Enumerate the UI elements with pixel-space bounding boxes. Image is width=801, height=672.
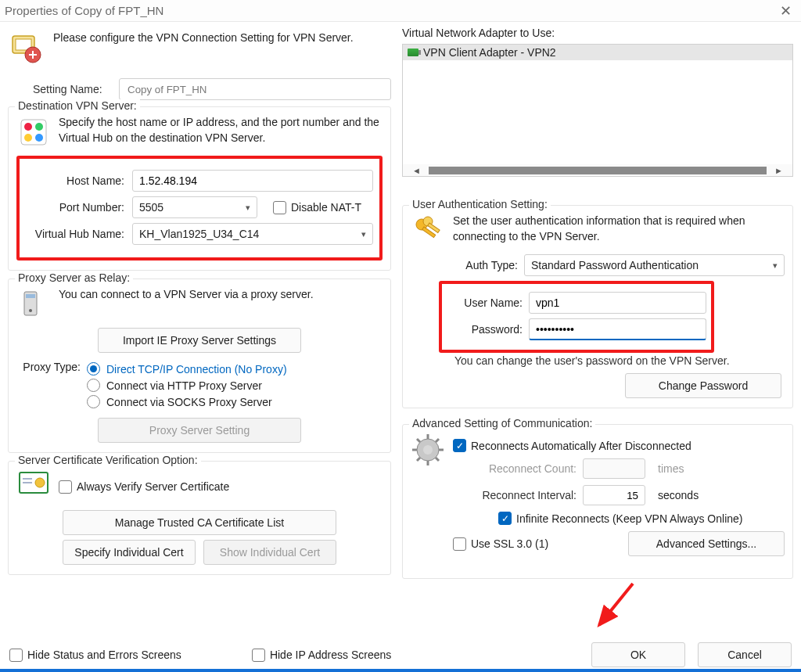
proxy-type-label: Proxy Type:: [16, 359, 87, 411]
port-combo[interactable]: 5505 ▾: [132, 196, 257, 218]
hub-label: Virtual Hub Name:: [26, 228, 128, 240]
reconnect-interval-input[interactable]: [583, 485, 645, 505]
port-label: Port Number:: [26, 201, 128, 214]
advanced-settings-button[interactable]: Advanced Settings...: [628, 531, 785, 556]
proxy-caption: You can connect to a VPN Server via a pr…: [59, 287, 383, 303]
svg-line-26: [436, 458, 439, 461]
auth-caption: Set the user authentication information …: [453, 214, 785, 244]
scroll-right-icon[interactable]: ►: [774, 166, 783, 175]
svg-point-5: [35, 123, 43, 131]
reconnect-count-label: Reconnect Count:: [467, 462, 577, 475]
proxy-group: Proxy Server as Relay: You can connect t…: [8, 279, 391, 453]
cancel-button[interactable]: Cancel: [698, 642, 792, 667]
hub-combo[interactable]: KH_Vlan1925_U34_C14 ▾: [132, 223, 373, 245]
proxy-socks-radio[interactable]: Connect via SOCKS Proxy Server: [87, 395, 383, 408]
user-name-input[interactable]: [529, 292, 706, 314]
adapter-item-selected[interactable]: VPN Client Adapter - VPN2: [403, 45, 792, 60]
gear-icon: [411, 433, 445, 467]
chevron-down-icon: ▾: [246, 203, 250, 213]
reconnect-interval-unit: seconds: [658, 489, 699, 501]
chevron-down-icon: ▾: [361, 229, 366, 239]
proxy-icon: [16, 287, 51, 322]
svg-point-20: [423, 445, 433, 455]
nic-icon: [408, 49, 418, 56]
host-highlight: Host Name: Port Number: 5505 ▾ Disable N…: [16, 156, 383, 261]
close-icon[interactable]: ✕: [775, 2, 796, 20]
destination-caption: Specify the host name or IP address, and…: [59, 115, 383, 146]
proxy-http-radio[interactable]: Connect via HTTP Proxy Server: [87, 379, 383, 392]
svg-line-27: [417, 458, 420, 461]
use-ssl-checkbox[interactable]: Use SSL 3.0 (1): [453, 537, 548, 551]
advanced-title: Advanced Setting of Communication:: [409, 417, 595, 429]
svg-point-7: [35, 134, 43, 142]
svg-line-28: [436, 439, 439, 442]
keys-icon: [411, 214, 445, 248]
hide-status-checkbox[interactable]: Hide Status and Errors Screens: [9, 649, 181, 662]
auth-title: User Authentication Setting:: [409, 198, 551, 210]
intro-text: Please configure the VPN Connection Sett…: [53, 31, 354, 44]
bottom-bar: Hide Status and Errors Screens Hide IP A…: [0, 638, 801, 669]
connection-icon: [9, 31, 44, 66]
adapter-list[interactable]: VPN Client Adapter - VPN2 ◄ ►: [402, 44, 793, 177]
disable-natt-checkbox[interactable]: Disable NAT-T: [273, 201, 361, 214]
setting-name-input[interactable]: [119, 78, 391, 100]
svg-point-10: [29, 309, 32, 312]
setting-name-label: Setting Name:: [33, 83, 119, 95]
password-label: Password:: [447, 323, 529, 336]
destination-title: Destination VPN Server:: [15, 99, 140, 112]
reconnect-interval-label: Reconnect Interval:: [467, 489, 577, 501]
svg-point-6: [24, 134, 32, 142]
reconnect-count-input: [583, 458, 645, 479]
always-verify-checkbox[interactable]: Always Verify Server Certificate: [59, 480, 229, 494]
change-password-button[interactable]: Change Password: [625, 373, 781, 398]
infinite-reconnect-checkbox[interactable]: Infinite Reconnects (Keep VPN Always Onl…: [498, 512, 742, 525]
svg-line-29: [599, 584, 633, 625]
auth-group: User Authentication Setting: Set the use…: [402, 205, 793, 408]
scroll-left-icon[interactable]: ◄: [412, 166, 421, 175]
vpn-server-icon: [16, 115, 51, 149]
adapter-title: Virtual Network Adapter to Use:: [402, 27, 793, 39]
title-bar: Properties of Copy of FPT_HN ✕: [0, 0, 801, 22]
chevron-down-icon: ▾: [773, 261, 778, 271]
proxy-direct-radio[interactable]: Direct TCP/IP Connection (No Proxy): [87, 362, 383, 376]
cert-title: Server Certificate Verification Option:: [15, 454, 201, 466]
advanced-group: Advanced Setting of Communication:: [402, 424, 793, 579]
taskbar-sliver: [0, 669, 801, 672]
cert-group: Server Certificate Verification Option: …: [8, 461, 391, 575]
reconnect-count-unit: times: [658, 462, 684, 475]
change-pw-note: You can change the user's password on th…: [454, 354, 785, 367]
proxy-server-setting-button: Proxy Server Setting: [98, 418, 301, 443]
ok-button[interactable]: OK: [591, 642, 685, 667]
svg-rect-9: [26, 294, 35, 298]
svg-line-25: [417, 439, 420, 442]
password-input[interactable]: [529, 318, 706, 340]
destination-group: Destination VPN Server: Specify the host…: [8, 106, 391, 271]
arrow-annotation-icon: [590, 580, 645, 634]
auto-reconnect-checkbox[interactable]: Reconnects Automatically After Disconnec…: [453, 439, 691, 452]
svg-point-4: [24, 123, 32, 131]
proxy-title: Proxy Server as Relay:: [15, 271, 133, 284]
auth-type-label: Auth Type:: [442, 259, 524, 271]
host-name-input[interactable]: [132, 170, 373, 192]
auth-type-combo[interactable]: Standard Password Authentication ▾: [524, 254, 785, 276]
manage-ca-button[interactable]: Manage Trusted CA Certificate List: [63, 510, 336, 535]
import-ie-proxy-button[interactable]: Import IE Proxy Server Settings: [98, 328, 301, 353]
host-name-label: Host Name:: [26, 174, 128, 187]
svg-rect-3: [21, 120, 46, 145]
show-cert-button: Show Individual Cert: [203, 540, 336, 565]
hide-ip-checkbox[interactable]: Hide IP Address Screens: [252, 649, 391, 662]
window-title: Properties of Copy of FPT_HN: [5, 4, 775, 17]
adapter-scrollbar[interactable]: ◄ ►: [403, 164, 792, 176]
certificate-icon: [16, 469, 51, 504]
specify-cert-button[interactable]: Specify Individual Cert: [63, 540, 196, 565]
user-name-label: User Name:: [447, 296, 529, 309]
svg-point-12: [35, 478, 45, 487]
